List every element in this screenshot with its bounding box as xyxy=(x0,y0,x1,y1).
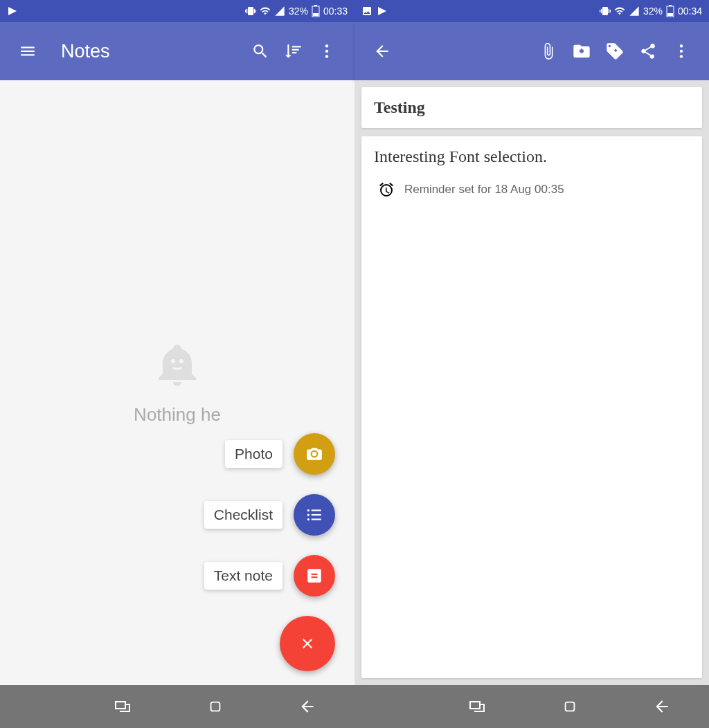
screen-right: 32% 00:34 xyxy=(354,0,709,728)
svg-point-8 xyxy=(307,509,309,511)
nav-back-icon[interactable] xyxy=(653,698,671,716)
svg-rect-1 xyxy=(314,5,317,6)
status-bar-right: 32% 00:34 xyxy=(354,0,709,22)
attachment-icon[interactable] xyxy=(532,35,565,68)
note-title-card[interactable]: Testing xyxy=(361,87,702,128)
list-icon xyxy=(305,506,323,524)
status-time: 00:34 xyxy=(678,6,702,17)
fab-textnote-button[interactable] xyxy=(294,555,335,597)
note-body: Interesting Font selection. xyxy=(374,147,690,166)
battery-pct-label: 32% xyxy=(643,6,663,17)
fab-label-checklist: Checklist xyxy=(204,501,282,529)
fab-label-photo: Photo xyxy=(225,440,282,468)
fab-photo-button[interactable] xyxy=(294,433,335,475)
status-time: 00:33 xyxy=(323,6,348,17)
more-icon[interactable] xyxy=(665,35,698,68)
nav-home-icon[interactable] xyxy=(208,699,223,714)
reminder-text: Reminder set for 18 Aug 00:35 xyxy=(404,183,564,197)
svg-point-6 xyxy=(171,359,175,363)
svg-point-4 xyxy=(325,50,328,53)
svg-rect-12 xyxy=(312,514,321,516)
wifi-icon xyxy=(614,6,625,17)
image-icon xyxy=(361,6,373,17)
note-content-area: Testing Interesting Font selection. Remi… xyxy=(354,80,709,685)
fab-menu: Photo Checklist Text note xyxy=(204,433,335,671)
alarm-icon xyxy=(378,181,395,198)
signal-icon xyxy=(629,6,640,17)
svg-point-9 xyxy=(307,513,309,516)
nav-recents-icon[interactable] xyxy=(468,700,486,713)
nav-bar-left xyxy=(0,685,354,728)
reminder-row[interactable]: Reminder set for 18 Aug 00:35 xyxy=(374,181,690,198)
svg-rect-13 xyxy=(312,518,321,520)
screen-left: 32% 00:33 Notes Nothing he xyxy=(0,0,354,728)
bell-icon xyxy=(152,340,202,390)
svg-point-20 xyxy=(680,55,683,57)
fab-label-textnote: Text note xyxy=(204,562,282,590)
back-icon[interactable] xyxy=(366,35,399,68)
app-bar-left: Notes xyxy=(0,22,354,80)
empty-text: Nothing he xyxy=(134,404,221,426)
vibrate-icon xyxy=(245,6,256,17)
camera-icon xyxy=(305,445,323,463)
svg-rect-17 xyxy=(667,13,673,16)
menu-icon[interactable] xyxy=(11,35,44,68)
battery-pct-label: 32% xyxy=(289,6,308,17)
nav-recents-icon[interactable] xyxy=(114,700,132,713)
svg-rect-16 xyxy=(669,5,672,6)
vibrate-icon xyxy=(600,6,611,17)
svg-rect-11 xyxy=(312,509,321,511)
more-icon[interactable] xyxy=(310,35,343,68)
svg-rect-21 xyxy=(565,702,574,711)
tag-icon[interactable] xyxy=(598,35,631,68)
signal-icon xyxy=(274,6,285,17)
svg-rect-14 xyxy=(210,702,219,711)
empty-state: Nothing he Photo Checklist Te xyxy=(0,80,354,685)
sort-icon[interactable] xyxy=(277,35,310,68)
fab-checklist-button[interactable] xyxy=(294,494,335,536)
wifi-icon xyxy=(260,6,271,17)
nav-home-icon[interactable] xyxy=(562,699,577,714)
nav-bar-right xyxy=(354,685,709,728)
category-icon[interactable] xyxy=(565,35,598,68)
app-bar-right xyxy=(354,22,709,80)
note-body-card[interactable]: Interesting Font selection. Reminder set… xyxy=(361,136,702,678)
play-icon xyxy=(377,6,388,17)
svg-point-5 xyxy=(325,55,328,57)
close-icon xyxy=(299,635,316,652)
svg-point-19 xyxy=(680,50,683,53)
svg-point-7 xyxy=(179,359,183,363)
svg-point-3 xyxy=(325,44,328,47)
share-icon[interactable] xyxy=(631,35,665,68)
battery-icon xyxy=(312,5,320,17)
svg-point-10 xyxy=(307,518,309,520)
svg-rect-2 xyxy=(313,13,318,16)
play-icon xyxy=(7,6,18,17)
fab-close-button[interactable] xyxy=(280,616,335,671)
status-bar-left: 32% 00:33 xyxy=(0,0,354,22)
nav-back-icon[interactable] xyxy=(298,698,316,716)
page-title: Notes xyxy=(61,41,244,62)
battery-icon xyxy=(666,5,674,17)
note-title: Testing xyxy=(374,98,690,117)
note-icon xyxy=(305,567,323,585)
svg-point-18 xyxy=(680,44,683,47)
search-icon[interactable] xyxy=(244,35,277,68)
